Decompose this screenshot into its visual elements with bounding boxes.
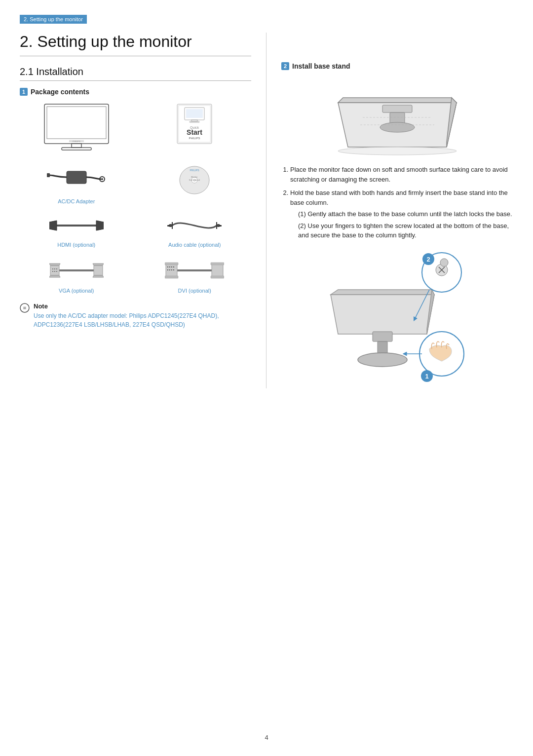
adapter-icon [47, 161, 106, 196]
svg-text:1: 1 [425, 373, 428, 380]
page: 2. Setting up the monitor 2. Setting up … [0, 0, 533, 756]
install-substep-1: (1) Gently attach the base to the base c… [298, 209, 513, 219]
svg-point-38 [56, 268, 57, 269]
svg-rect-33 [50, 265, 59, 275]
svg-rect-48 [167, 266, 168, 267]
svg-rect-46 [165, 263, 178, 265]
cd-icon: Monitor User's manual PHILIPS [172, 161, 217, 196]
svg-rect-52 [167, 269, 168, 270]
audio-icon [165, 212, 224, 239]
svg-text:PHILIPS: PHILIPS [189, 137, 200, 140]
page-number: 4 [265, 734, 268, 741]
adapter-label: AC/DC Adapter [58, 198, 95, 204]
note-title: Note [34, 302, 251, 310]
svg-text:PHILIPS: PHILIPS [190, 169, 200, 172]
note-box: = Note Use only the AC/DC adapter model:… [20, 302, 251, 329]
svg-text:Monitor: Monitor [191, 176, 198, 178]
svg-point-36 [52, 268, 53, 269]
svg-marker-70 [331, 295, 434, 334]
svg-rect-55 [173, 269, 174, 270]
install-substeps: (1) Gently attach the base to the base c… [290, 209, 513, 240]
package-item-cd: Monitor User's manual PHILIPS [138, 161, 252, 204]
right-column: 2 Install base stand [266, 33, 513, 388]
svg-marker-62 [338, 98, 457, 103]
svg-point-37 [54, 268, 55, 269]
package-item-quickstart: Quick Start PHILIPS [138, 102, 252, 153]
svg-rect-50 [171, 266, 172, 267]
install-step-1-text: Place the monitor face down on soft and … [290, 166, 508, 183]
svg-rect-73 [373, 332, 392, 341]
badge-1: 1 [20, 88, 28, 96]
svg-rect-42 [94, 265, 103, 275]
svg-point-41 [56, 271, 57, 272]
svg-marker-26 [96, 221, 104, 230]
package-item-hdmi: HDMI (optional) [20, 212, 133, 248]
quickstart-icon: Quick Start PHILIPS [170, 102, 219, 146]
package-item-vga: VGA (optional) [20, 256, 133, 294]
svg-point-66 [380, 122, 415, 132]
substep-1-text: Gently attach the base to the base colum… [308, 210, 512, 218]
install-steps-list: Place the monitor face down on soft and … [281, 165, 513, 240]
dvi-label: DVI (optional) [178, 288, 211, 294]
install-base-stand-header: 2 Install base stand [281, 62, 513, 70]
svg-marker-35 [49, 275, 60, 277]
svg-rect-9 [186, 109, 203, 118]
substep-2-num: (2) [298, 222, 308, 229]
svg-rect-16 [47, 173, 50, 177]
svg-rect-49 [169, 266, 170, 267]
install-step-1: Place the monitor face down on soft and … [290, 165, 513, 184]
svg-rect-1 [47, 107, 106, 139]
svg-rect-29 [167, 225, 170, 227]
package-item-monitor: PHILIPS [20, 102, 133, 153]
svg-text:PHILIPS: PHILIPS [73, 140, 80, 143]
note-text: Use only the AC/DC adapter model: Philip… [34, 311, 251, 329]
badge-2: 2 [281, 62, 289, 70]
svg-rect-47 [165, 276, 178, 278]
install-step-2-text: Hold the base stand with both hands and … [290, 189, 508, 206]
section-installation-title: 2.1 Installation [20, 66, 251, 81]
svg-marker-25 [49, 221, 57, 230]
note-content: Note Use only the AC/DC adapter model: P… [34, 302, 251, 329]
install-base-stand-label: Install base stand [292, 62, 350, 70]
package-contents-header: 1 Package contents [20, 88, 251, 96]
install-substep-2: (2) Use your fingers to tighten the scre… [298, 221, 513, 240]
breadcrumb: 2. Setting up the monitor [20, 15, 87, 24]
svg-rect-64 [382, 105, 412, 113]
hdmi-icon [49, 212, 104, 239]
svg-rect-58 [211, 276, 224, 278]
hdmi-label: HDMI (optional) [57, 242, 95, 248]
svg-rect-57 [211, 263, 224, 265]
note-icon: = [20, 303, 30, 313]
substep-1-num: (1) [298, 210, 308, 218]
svg-marker-71 [331, 290, 434, 295]
package-grid: PHILIPS Qu [20, 102, 251, 294]
svg-text:2: 2 [426, 256, 430, 263]
svg-rect-53 [169, 269, 170, 270]
svg-rect-15 [67, 171, 86, 184]
svg-marker-44 [93, 275, 104, 277]
audio-label: Audio cable (optional) [168, 242, 221, 248]
package-item-dvi: DVI (optional) [138, 256, 252, 294]
svg-text:Start: Start [187, 128, 202, 136]
left-column: 2. Setting up the monitor 2.1 Installati… [20, 33, 266, 388]
svg-point-18 [101, 178, 103, 180]
svg-rect-54 [171, 269, 172, 270]
install-step-2: Hold the base stand with both hands and … [290, 188, 513, 240]
svg-marker-34 [49, 264, 60, 265]
svg-rect-2 [72, 144, 81, 148]
monitor-facedown-svg [323, 78, 471, 157]
svg-rect-56 [212, 265, 223, 276]
vga-label: VGA (optional) [59, 288, 94, 294]
svg-point-80 [440, 259, 448, 266]
package-item-audio: Audio cable (optional) [138, 212, 252, 248]
substep-2-text: Use your fingers to tighten the screw lo… [298, 222, 509, 239]
page-title: 2. Setting up the monitor [20, 33, 251, 56]
svg-point-69 [338, 147, 457, 155]
vga-icon [49, 256, 104, 285]
diagram-base-install: 2 [281, 245, 513, 383]
svg-rect-3 [62, 148, 91, 150]
dvi-icon [165, 256, 224, 285]
package-item-adapter: AC/DC Adapter [20, 161, 133, 204]
svg-text:=: = [23, 305, 26, 311]
svg-point-75 [358, 353, 407, 367]
